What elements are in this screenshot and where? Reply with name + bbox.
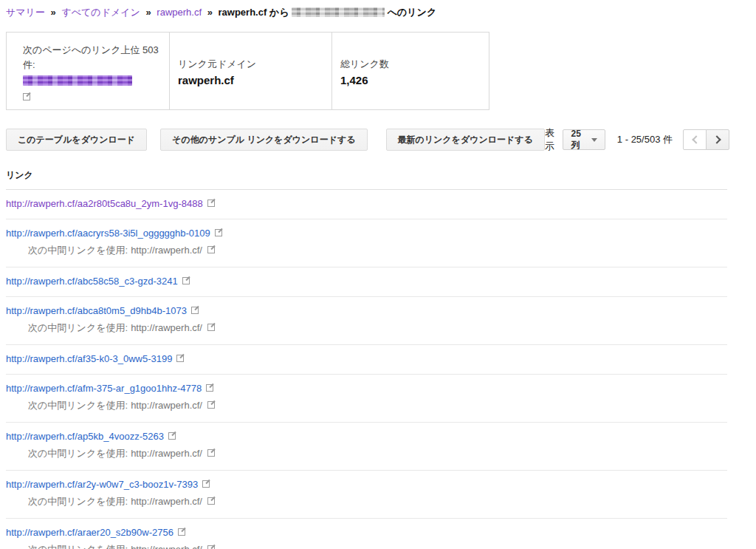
pagination-controls: 表示 25 列 1 - 25/503 件 — [545, 126, 729, 153]
table-row: http://rawperh.cf/afm-375-ar_g1goo1hhz-4… — [6, 375, 727, 423]
intermediate-link-url: http://rawperh.cf/ — [131, 245, 202, 256]
page-size-value: 25 列 — [571, 129, 580, 151]
breadcrumb-separator: » — [207, 7, 213, 18]
table-row: http://rawperh.cf/aacryrs58-3i5l_ogggggh… — [6, 219, 727, 267]
summary-source-domain: リンク元ドメイン rawperh.cf — [169, 33, 331, 109]
table-row: http://rawperh.cf/abc58c58_c3-gzd-3241 — [6, 267, 727, 297]
total-links-label: 総リンク数 — [340, 57, 478, 72]
breadcrumb-separator: » — [51, 7, 56, 18]
chevron-down-icon — [591, 138, 597, 142]
links-column-header: リンク — [6, 166, 727, 190]
link-url[interactable]: http://rawperh.cf/abc58c58_c3-gzd-3241 — [6, 276, 178, 287]
external-link-icon[interactable] — [191, 306, 199, 314]
external-link-icon[interactable] — [215, 228, 223, 236]
total-links-value: 1,426 — [340, 74, 478, 86]
link-url[interactable]: http://rawperh.cf/af35-k0-3_0ww5-3199 — [6, 353, 172, 364]
intermediate-link-label: 次の中間リンクを使用: — [28, 448, 128, 459]
breadcrumb-summary-link[interactable]: サマリー — [6, 7, 45, 18]
external-link-icon[interactable] — [206, 383, 214, 392]
table-row: http://rawperh.cf/aa2r80t5ca8u_2ym-1vg-8… — [6, 190, 727, 219]
summary-box: 次のページへのリンク上位 503 件: リンク元ドメイン rawperh.cf … — [6, 32, 489, 110]
intermediate-link-line: 次の中間リンクを使用:http://rawperh.cf/ — [6, 447, 727, 460]
links-list: http://rawperh.cf/aa2r80t5ca8u_2ym-1vg-8… — [6, 190, 727, 549]
intermediate-link-url: http://rawperh.cf/ — [131, 544, 202, 549]
external-link-icon[interactable] — [168, 432, 176, 440]
summary-top-links: 次のページへのリンク上位 503 件: — [7, 33, 169, 109]
next-page-button[interactable] — [706, 129, 729, 150]
link-url[interactable]: http://rawperh.cf/araer20_s2b90w-2756 — [6, 527, 173, 538]
result-range-label: 1 - 25/503 件 — [617, 133, 673, 146]
chevron-right-icon — [712, 135, 721, 143]
external-link-icon[interactable] — [23, 92, 31, 100]
toolbar: このテーブルをダウンロード その他のサンプル リンクをダウンロードする 最新のリ… — [6, 126, 729, 153]
show-label: 表示 — [545, 126, 556, 153]
external-link-icon[interactable] — [176, 354, 185, 362]
breadcrumb-domain-link[interactable]: rawperh.cf — [157, 7, 202, 18]
link-url[interactable]: http://rawperh.cf/ar2y-w0w7_c3-booz1v-73… — [6, 479, 198, 490]
table-row: http://rawperh.cf/abca8t0m5_d9hb4b-1073 … — [6, 297, 727, 345]
intermediate-link-line: 次の中間リンクを使用:http://rawperh.cf/ — [6, 495, 727, 508]
external-link-icon[interactable] — [182, 276, 190, 284]
source-domain-label: リンク元ドメイン — [178, 57, 321, 72]
external-link-icon[interactable] — [207, 199, 216, 207]
chevron-left-icon — [692, 135, 700, 143]
external-link-icon[interactable] — [207, 400, 216, 409]
intermediate-link-url: http://rawperh.cf/ — [131, 322, 202, 333]
intermediate-link-label: 次の中間リンクを使用: — [28, 400, 128, 411]
intermediate-link-label: 次の中間リンクを使用: — [28, 245, 128, 256]
intermediate-link-label: 次の中間リンクを使用: — [28, 544, 128, 549]
intermediate-link-line: 次の中間リンクを使用:http://rawperh.cf/ — [6, 244, 727, 257]
external-link-icon[interactable] — [207, 245, 216, 253]
link-url[interactable]: http://rawperh.cf/aa2r80t5ca8u_2ym-1vg-8… — [6, 198, 203, 209]
previous-page-button[interactable] — [683, 129, 707, 150]
download-sample-links-button[interactable]: その他のサンプル リンクをダウンロードする — [160, 129, 367, 151]
summary-total-links: 総リンク数 1,426 — [331, 33, 489, 109]
intermediate-link-line: 次の中間リンクを使用:http://rawperh.cf/ — [6, 543, 727, 549]
breadcrumb-current-page: rawperh.cf から へのリンク — [219, 7, 437, 18]
source-domain-value: rawperh.cf — [178, 74, 321, 86]
external-link-icon[interactable] — [207, 323, 216, 331]
intermediate-link-url: http://rawperh.cf/ — [131, 400, 202, 411]
top-links-label: 次のページへのリンク上位 503 件: — [23, 43, 169, 72]
intermediate-link-line: 次の中間リンクを使用:http://rawperh.cf/ — [6, 321, 727, 335]
breadcrumb-all-domains-link[interactable]: すべてのドメイン — [61, 7, 140, 18]
breadcrumb-separator: » — [145, 7, 151, 18]
redacted-target-page — [292, 7, 385, 17]
breadcrumb: サマリー » すべてのドメイン » rawperh.cf » rawperh.c… — [6, 6, 756, 19]
link-url[interactable]: http://rawperh.cf/ap5kb_4voozz-5263 — [6, 431, 164, 442]
table-row: http://rawperh.cf/ar2y-w0w7_c3-booz1v-73… — [6, 471, 727, 519]
intermediate-link-line: 次の中間リンクを使用:http://rawperh.cf/ — [6, 399, 727, 412]
intermediate-link-url: http://rawperh.cf/ — [131, 496, 202, 507]
redacted-target-link[interactable] — [23, 75, 132, 86]
pager — [683, 129, 729, 150]
download-table-button[interactable]: このテーブルをダウンロード — [6, 129, 147, 151]
table-row: http://rawperh.cf/af35-k0-3_0ww5-3199 — [6, 345, 727, 375]
external-link-icon[interactable] — [178, 528, 186, 536]
intermediate-link-label: 次の中間リンクを使用: — [28, 322, 128, 333]
table-row: http://rawperh.cf/araer20_s2b90w-2756 次の… — [6, 519, 727, 549]
table-row: http://rawperh.cf/ap5kb_4voozz-5263 次の中間… — [6, 423, 727, 471]
page-size-dropdown[interactable]: 25 列 — [563, 129, 605, 150]
intermediate-link-label: 次の中間リンクを使用: — [28, 496, 128, 507]
link-url[interactable]: http://rawperh.cf/aacryrs58-3i5l_ogggggh… — [6, 228, 210, 239]
link-url[interactable]: http://rawperh.cf/abca8t0m5_d9hb4b-1073 — [6, 305, 187, 316]
links-table: リンク http://rawperh.cf/aa2r80t5ca8u_2ym-1… — [6, 166, 727, 549]
links-report-page: サマリー » すべてのドメイン » rawperh.cf » rawperh.c… — [0, 0, 756, 549]
intermediate-link-url: http://rawperh.cf/ — [131, 448, 202, 459]
download-latest-links-button[interactable]: 最新のリンクをダウンロードする — [386, 129, 545, 151]
external-link-icon[interactable] — [207, 449, 216, 457]
link-url[interactable]: http://rawperh.cf/afm-375-ar_g1goo1hhz-4… — [6, 383, 202, 394]
external-link-icon[interactable] — [207, 545, 216, 549]
external-link-icon[interactable] — [202, 480, 210, 488]
external-link-icon[interactable] — [207, 497, 216, 505]
